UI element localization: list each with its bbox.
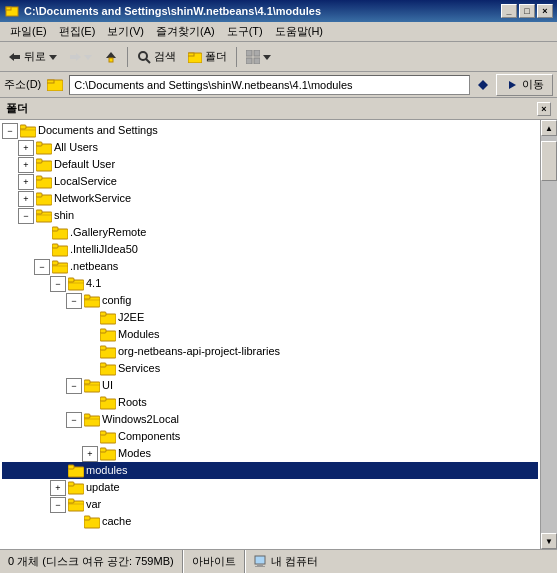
tree-expander[interactable]: +: [18, 191, 34, 207]
tree-expander[interactable]: +: [18, 157, 34, 173]
tree-expander[interactable]: −: [50, 497, 66, 513]
tree-expander[interactable]: +: [18, 140, 34, 156]
tree-row[interactable]: Services: [2, 360, 538, 377]
tree-row[interactable]: + LocalService: [2, 173, 538, 190]
tree-expander-space: [82, 310, 98, 326]
svg-rect-6: [70, 55, 77, 59]
svg-rect-79: [84, 516, 90, 520]
window-icon: [4, 3, 20, 19]
back-button[interactable]: 뒤로: [4, 45, 62, 69]
tree-row[interactable]: + Modes: [2, 445, 538, 462]
tree-row[interactable]: − UI: [2, 377, 538, 394]
tree-row[interactable]: modules: [2, 462, 538, 479]
tree-node-label: modules: [86, 462, 128, 479]
go-button[interactable]: 이동: [496, 74, 553, 96]
address-input[interactable]: [74, 79, 465, 91]
search-button[interactable]: 검색: [132, 45, 181, 69]
back-label: 뒤로: [24, 49, 46, 64]
svg-marker-4: [49, 55, 57, 60]
svg-rect-15: [254, 50, 260, 56]
tree-row[interactable]: + NetworkService: [2, 190, 538, 207]
tree-row[interactable]: − Windows2Local: [2, 411, 538, 428]
svg-rect-49: [84, 295, 90, 299]
tree-row[interactable]: − 4.1: [2, 275, 538, 292]
menu-view[interactable]: 보기(V): [101, 22, 150, 41]
scroll-track[interactable]: [541, 136, 557, 533]
menu-edit[interactable]: 편집(E): [53, 22, 102, 41]
tree-node-label: update: [86, 479, 120, 496]
tree-expander-space: [82, 395, 98, 411]
scroll-down-button[interactable]: ▼: [541, 533, 557, 549]
svg-rect-56: [100, 346, 106, 350]
tree-row[interactable]: + update: [2, 479, 538, 496]
svg-rect-82: [255, 566, 265, 567]
back-icon: [9, 51, 21, 63]
tree-row[interactable]: − .netbeans: [2, 258, 538, 275]
tree-row[interactable]: − Documents and Settings: [2, 122, 538, 139]
forward-button[interactable]: [64, 45, 97, 69]
tree-row[interactable]: Roots: [2, 394, 538, 411]
svg-rect-46: [68, 278, 74, 282]
folder-button[interactable]: 폴더: [183, 45, 232, 69]
tree-row[interactable]: org-netbeans-api-project-libraries: [2, 343, 538, 360]
address-input-wrap[interactable]: [69, 75, 470, 95]
tree-expander[interactable]: −: [2, 123, 18, 139]
tree-expander[interactable]: +: [82, 446, 98, 462]
vertical-scrollbar[interactable]: ▲ ▼: [541, 120, 557, 549]
up-button[interactable]: [99, 45, 123, 69]
tree-expander[interactable]: +: [18, 174, 34, 190]
tree-node-label: cache: [102, 513, 131, 530]
tree-node-label: .GalleryRemote: [70, 224, 146, 241]
minimize-button[interactable]: _: [501, 4, 517, 18]
tree-row[interactable]: − config: [2, 292, 538, 309]
tree-row[interactable]: + All Users: [2, 139, 538, 156]
svg-marker-21: [478, 80, 488, 85]
tree-node-label: Modules: [118, 326, 160, 343]
tree-row[interactable]: cache: [2, 513, 538, 530]
tree-node-label: 4.1: [86, 275, 101, 292]
svg-rect-30: [36, 159, 42, 163]
tree-row[interactable]: Components: [2, 428, 538, 445]
tree-expander[interactable]: −: [50, 276, 66, 292]
svg-rect-20: [47, 80, 54, 83]
status-location-label: 내 컴퓨터: [271, 554, 318, 569]
svg-rect-68: [100, 431, 106, 435]
svg-marker-7: [84, 55, 92, 60]
tree-panel[interactable]: − Documents and Settings+ All Users+ Def…: [0, 120, 541, 549]
svg-rect-17: [254, 58, 260, 64]
back-dropdown-icon: [49, 53, 57, 61]
svg-rect-63: [100, 397, 106, 401]
menu-help[interactable]: 도움말(H): [269, 22, 329, 41]
tree-node-label: org-netbeans-api-project-libraries: [118, 343, 280, 360]
tree-row[interactable]: + Default User: [2, 156, 538, 173]
menu-tools[interactable]: 도구(T): [221, 22, 269, 41]
tree-row[interactable]: .GalleryRemote: [2, 224, 538, 241]
go-arrow-icon: [505, 78, 519, 92]
folder-panel-close-button[interactable]: ×: [537, 102, 551, 116]
menu-favorites[interactable]: 즐겨찾기(A): [150, 22, 221, 41]
tree-expander[interactable]: −: [18, 208, 34, 224]
svg-marker-23: [509, 81, 516, 89]
maximize-button[interactable]: □: [519, 4, 535, 18]
folder-icon: [188, 50, 202, 63]
svg-point-10: [139, 52, 147, 60]
tree-row[interactable]: J2EE: [2, 309, 538, 326]
tree-row[interactable]: − shin: [2, 207, 538, 224]
tree-row[interactable]: − var: [2, 496, 538, 513]
window-controls[interactable]: _ □ ×: [501, 4, 553, 18]
tree-expander[interactable]: +: [50, 480, 66, 496]
close-button[interactable]: ×: [537, 4, 553, 18]
up-icon: [104, 50, 118, 64]
tree-expander[interactable]: −: [66, 378, 82, 394]
view-button[interactable]: [241, 45, 276, 69]
menu-file[interactable]: 파일(E): [4, 22, 53, 41]
address-folder-icon: [47, 77, 63, 93]
scroll-up-button[interactable]: ▲: [541, 120, 557, 136]
tree-row[interactable]: .IntelliJIdea50: [2, 241, 538, 258]
scroll-thumb[interactable]: [541, 141, 557, 181]
tree-row[interactable]: Modules: [2, 326, 538, 343]
tree-expander[interactable]: −: [66, 412, 82, 428]
tree-expander[interactable]: −: [34, 259, 50, 275]
tree-expander[interactable]: −: [66, 293, 82, 309]
svg-rect-54: [100, 329, 106, 333]
